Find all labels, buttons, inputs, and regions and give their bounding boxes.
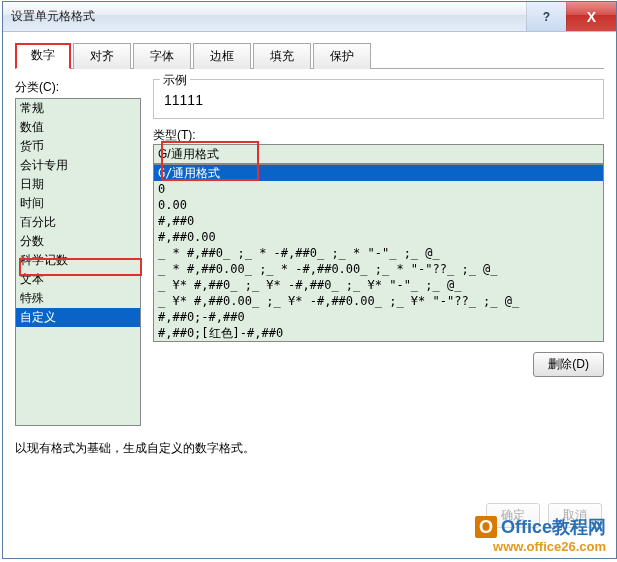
watermark-logo: O Office教程网: [475, 515, 606, 539]
window-controls: ? X: [526, 2, 616, 31]
preview-label: 示例: [160, 72, 190, 89]
titlebar: 设置单元格格式 ? X: [3, 2, 616, 32]
help-button[interactable]: ?: [526, 2, 566, 31]
tab-bar: 数字 对齐 字体 边框 填充 保护: [15, 42, 604, 69]
category-list[interactable]: 常规 数值 货币 会计专用 日期 时间 百分比 分数 科学记数 文本 特殊 自定…: [15, 98, 141, 426]
format-item[interactable]: #,##0.00;-#,##0.00: [154, 341, 603, 342]
format-item[interactable]: _ * #,##0_ ;_ * -#,##0_ ;_ * "-"_ ;_ @_: [154, 245, 603, 261]
type-label: 类型(T):: [153, 127, 604, 144]
category-column: 分类(C): 常规 数值 货币 会计专用 日期 时间 百分比 分数 科学记数 文…: [15, 79, 141, 426]
format-item[interactable]: #,##0;[红色]-#,##0: [154, 325, 603, 341]
format-item[interactable]: 0.00: [154, 197, 603, 213]
preview-value: 11111: [164, 86, 593, 108]
category-item[interactable]: 分数: [16, 232, 140, 251]
delete-row: 删除(D): [153, 352, 604, 377]
format-item[interactable]: G/通用格式: [154, 165, 603, 181]
tab-number[interactable]: 数字: [15, 43, 71, 69]
format-item[interactable]: _ * #,##0.00_ ;_ * -#,##0.00_ ;_ * "-"??…: [154, 261, 603, 277]
dialog-content: 数字 对齐 字体 边框 填充 保护 分类(C): 常规 数值 货币 会计专用 日…: [3, 32, 616, 465]
format-item[interactable]: 0: [154, 181, 603, 197]
category-item[interactable]: 百分比: [16, 213, 140, 232]
watermark-url: www.office26.com: [475, 539, 606, 554]
tab-font[interactable]: 字体: [133, 43, 191, 69]
category-item[interactable]: 日期: [16, 175, 140, 194]
type-input[interactable]: [153, 144, 604, 164]
category-item[interactable]: 数值: [16, 118, 140, 137]
dialog-window: 设置单元格格式 ? X 数字 对齐 字体 边框 填充 保护 分类(C): 常规 …: [2, 1, 617, 559]
office-logo-icon: O: [475, 516, 497, 538]
hint-text: 以现有格式为基础，生成自定义的数字格式。: [15, 440, 604, 457]
watermark-text: Office教程网: [501, 515, 606, 539]
window-title: 设置单元格格式: [3, 8, 95, 25]
preview-box: 示例 11111: [153, 79, 604, 119]
tab-alignment[interactable]: 对齐: [73, 43, 131, 69]
tab-border[interactable]: 边框: [193, 43, 251, 69]
format-item[interactable]: #,##0.00: [154, 229, 603, 245]
category-item[interactable]: 特殊: [16, 289, 140, 308]
right-column: 示例 11111 类型(T): G/通用格式 0 0.00 #,##0 #,##…: [153, 79, 604, 426]
close-button[interactable]: X: [566, 2, 616, 31]
format-item[interactable]: _ ¥* #,##0_ ;_ ¥* -#,##0_ ;_ ¥* "-"_ ;_ …: [154, 277, 603, 293]
tab-protection[interactable]: 保护: [313, 43, 371, 69]
category-item[interactable]: 科学记数: [16, 251, 140, 270]
category-item-custom[interactable]: 自定义: [16, 308, 140, 327]
category-item[interactable]: 时间: [16, 194, 140, 213]
body-row: 分类(C): 常规 数值 货币 会计专用 日期 时间 百分比 分数 科学记数 文…: [15, 79, 604, 426]
format-item[interactable]: #,##0;-#,##0: [154, 309, 603, 325]
format-item[interactable]: #,##0: [154, 213, 603, 229]
watermark: O Office教程网 www.office26.com: [475, 515, 606, 554]
category-item[interactable]: 会计专用: [16, 156, 140, 175]
category-item[interactable]: 常规: [16, 99, 140, 118]
category-item[interactable]: 货币: [16, 137, 140, 156]
tab-fill[interactable]: 填充: [253, 43, 311, 69]
format-list[interactable]: G/通用格式 0 0.00 #,##0 #,##0.00 _ * #,##0_ …: [153, 164, 604, 342]
category-label: 分类(C):: [15, 79, 141, 96]
category-item[interactable]: 文本: [16, 270, 140, 289]
format-item[interactable]: _ ¥* #,##0.00_ ;_ ¥* -#,##0.00_ ;_ ¥* "-…: [154, 293, 603, 309]
delete-button[interactable]: 删除(D): [533, 352, 604, 377]
type-section: 类型(T):: [153, 127, 604, 164]
